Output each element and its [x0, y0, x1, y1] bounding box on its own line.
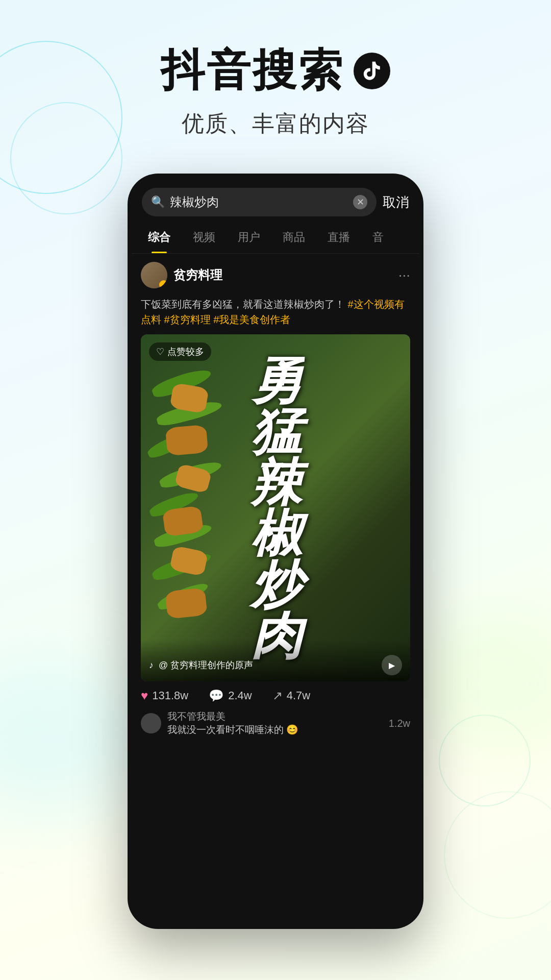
comment-content: 我不管我最美 我就没一次看时不咽唾沫的 😊 [167, 710, 383, 737]
clear-icon[interactable]: ✕ [353, 195, 367, 209]
more-options-icon[interactable]: ··· [398, 267, 410, 283]
play-button[interactable]: ▶ [382, 655, 402, 675]
phone-outer: 🔍 辣椒炒肉 ✕ 取消 综合 视频 用户 商品 直播 音 [128, 174, 423, 929]
title-text: 抖音搜索 [161, 41, 344, 101]
search-bar: 🔍 辣椒炒肉 ✕ 取消 [132, 178, 419, 222]
tabs-row: 综合 视频 用户 商品 直播 音 [132, 222, 419, 254]
bg-blob-right [413, 612, 551, 755]
stats-row: ♥ 131.8w 💬 2.4w ↗ 4.7w [132, 681, 419, 710]
post-caption: 下饭菜到底有多凶猛，就看这道辣椒炒肉了！ #这个视频有点料 #贫穷料理 #我是美… [132, 297, 419, 334]
caption-text: 下饭菜到底有多凶猛，就看这道辣椒炒肉了！ [141, 299, 345, 310]
video-bottom-bar: ♪ @ 贫穷料理创作的原声 ▶ [141, 640, 410, 681]
cancel-button[interactable]: 取消 [383, 193, 409, 211]
video-thumbnail[interactable]: ♡ 点赞较多 勇猛辣椒炒肉 ♪ @ 贫穷料理创作的原声 ▶ [141, 334, 410, 681]
comment-count: 1.2w [389, 718, 410, 729]
tab-商品[interactable]: 商品 [271, 222, 316, 253]
user-avatar: ✓ [141, 262, 167, 288]
tab-用户[interactable]: 用户 [227, 222, 271, 253]
main-title: 抖音搜索 [0, 41, 551, 101]
content-area: ✓ 贫穷料理 ··· 下饭菜到底有多凶猛，就看这道辣椒炒肉了！ #这个视频有点料… [132, 254, 419, 925]
comment-text: 我就没一次看时不咽唾沫的 😊 [167, 723, 383, 737]
tab-直播[interactable]: 直播 [316, 222, 361, 253]
username[interactable]: 贫穷料理 [173, 267, 392, 283]
tiktok-note-icon: ♪ [149, 660, 154, 671]
comments-stat[interactable]: 💬 2.4w [209, 689, 252, 703]
post-header: ✓ 贫穷料理 ··· [132, 254, 419, 297]
share-icon: ↗ [272, 689, 283, 703]
search-icon: 🔍 [151, 195, 165, 209]
video-overlay-text: 勇猛辣椒炒肉 [141, 334, 410, 681]
video-title-text: 勇猛辣椒炒肉 [251, 355, 300, 661]
tiktok-logo-icon [354, 53, 390, 89]
tab-综合[interactable]: 综合 [137, 222, 182, 253]
comments-count: 2.4w [228, 689, 252, 702]
phone-mockup: 🔍 辣椒炒肉 ✕ 取消 综合 视频 用户 商品 直播 音 [128, 174, 423, 929]
header-section: 抖音搜索 优质、丰富的内容 [0, 41, 551, 139]
tab-音乐[interactable]: 音 [361, 222, 395, 253]
likes-count: 131.8w [152, 689, 188, 702]
verified-badge: ✓ [159, 280, 167, 288]
phone-inner: 🔍 辣椒炒肉 ✕ 取消 综合 视频 用户 商品 直播 音 [132, 178, 419, 925]
heart-icon: ♥ [141, 689, 148, 703]
shares-stat[interactable]: ↗ 4.7w [272, 689, 310, 703]
search-query: 辣椒炒肉 [170, 194, 348, 210]
subtitle-text: 优质、丰富的内容 [0, 109, 551, 139]
commenter-name: 我不管我最美 [167, 710, 383, 723]
commenter-avatar [141, 713, 161, 733]
comment-icon: 💬 [209, 689, 224, 703]
tab-视频[interactable]: 视频 [182, 222, 227, 253]
likes-stat[interactable]: ♥ 131.8w [141, 689, 188, 703]
search-input-wrap[interactable]: 🔍 辣椒炒肉 ✕ [142, 188, 377, 216]
bg-decoration-4 [444, 791, 551, 919]
sound-credit-text: @ 贫穷料理创作的原声 [159, 659, 377, 671]
shares-count: 4.7w [287, 689, 310, 702]
comment-preview: 我不管我最美 我就没一次看时不咽唾沫的 😊 1.2w [132, 710, 419, 740]
